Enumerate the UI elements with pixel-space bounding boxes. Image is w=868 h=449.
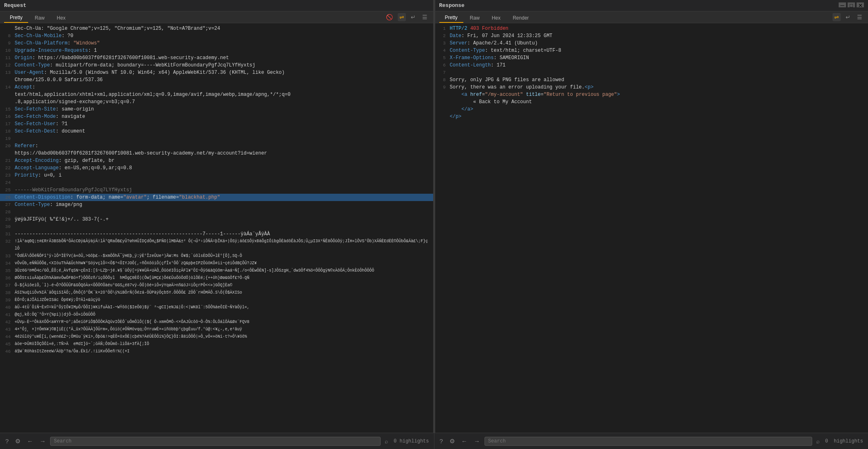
table-row: 34 vÔvÛb,eÑÑÛÔÔ¢,<XIöuThÄ&ÛchhW¥°SöÿvçlÔ… (0, 260, 433, 267)
table-row: 21 Accept-Encoding: gzip, deflate, br (0, 157, 433, 164)
request-code-area[interactable]: Sec-Ch-Ua: "Google Chrome";v=125, "Chrom… (0, 23, 433, 433)
table-row: 46 á§W`RöhàsItZeeeW/Äöþ°?a/Ôa.Ékî/.!iiKv… (0, 348, 433, 355)
indent-response-icon[interactable]: ↵ (844, 13, 852, 21)
tab-pretty-response[interactable]: Pretty (439, 13, 463, 23)
request-panel-header: Request (0, 0, 433, 11)
tab-pretty-request[interactable]: Pretty (4, 13, 28, 23)
request-bottom-panel: ? ⚙ ← → ⌕ 0 highlights (0, 433, 434, 449)
table-row: 6 Content-Length: 171 (435, 62, 868, 69)
forward-icon-response[interactable]: → (472, 437, 482, 445)
table-row: 7 (435, 69, 868, 76)
table-row: 27 Content-Type: image/png (0, 201, 433, 208)
table-row: 18 Sec-Fetch-Dest: document (0, 128, 433, 135)
back-icon-response[interactable]: ← (459, 437, 469, 445)
table-row: 29 ÿøÿàJFIFÿû( ‰"£!&)+/.. 383-7(-.+ (0, 216, 433, 223)
close-button[interactable]: ✕ (857, 2, 864, 7)
table-row: 2 Date: Fri, 07 Jun 2024 12:33:25 GMT (435, 32, 868, 40)
bottom-bar: ? ⚙ ← → ⌕ 0 highlights ? ⚙ ← → ⌕ 0 highl… (0, 433, 868, 449)
table-row: 30 (0, 223, 433, 230)
highlights-count-response: 0 (824, 438, 830, 444)
table-row: 9 Sorry, there was an error uploading yo… (435, 84, 868, 91)
table-row: 8 Sec-Ch-Ua-Mobile: ?0 (0, 32, 433, 40)
table-row: 19 (0, 135, 433, 142)
wrap-icon[interactable]: ⇌ (398, 13, 406, 21)
maximize-button[interactable]: □ (848, 2, 855, 7)
request-title: Request (4, 2, 26, 9)
table-row: Sec-Ch-Ua: "Google Chrome";v=125, "Chrom… (0, 25, 433, 32)
help-icon-request[interactable]: ? (3, 437, 11, 445)
table-row: 28 (0, 208, 433, 216)
tab-hex-request[interactable]: Hex (51, 13, 71, 22)
search-input-request[interactable] (50, 437, 381, 446)
tab-raw-request[interactable]: Raw (29, 13, 50, 22)
table-row: 41 @qj,kÔ:ÔQ¨°Ô>Y{%pi)|djÔ-öÔ»iÔGÛÔÔ (0, 311, 433, 319)
tab-hex-response[interactable]: Hex (486, 13, 506, 22)
table-row: 3 Server: Apache/2.4.41 (Ubuntu) (435, 40, 868, 47)
table-row: 44 4é2ûlöÿ°u¥È[i,(wené£Z~;ÔMûu`ÿKi>,Ôþö&… (0, 333, 433, 341)
response-code-area[interactable]: 1 HTTP/2 403 Forbidden 2 Date: Fri, 07 J… (435, 23, 868, 433)
table-row: 5 X-Frame-Options: SAMEORIGIN (435, 54, 868, 62)
table-row: 33 °ÔdÈÃ\ÔÔéÑÔFî°ÿ›lÔ^ÏÈŸV(à«ôÛ,>Gôþ£--$… (0, 252, 433, 260)
table-row: 38 ÄSI%uQiiÔv%IÄ`äÔQiSIÄÔ;,ÔhÔ{ô°ÔK`k×2ô… (0, 289, 433, 296)
minimize-button[interactable]: ─ (839, 2, 846, 7)
table-row: </a> (435, 106, 868, 113)
table-row: 36 ØÔÔStsiuÂàþ£Ûh%ÄàmvÔwÔFBö×f}ÔÔÔzñ/içÔ… (0, 274, 433, 282)
forward-icon-request[interactable]: → (37, 437, 48, 445)
table-row: 4 Content-Type: text/html; charset=UTF-8 (435, 47, 868, 54)
request-tab-icons: 🚫 ⇌ ↵ ☰ (384, 13, 429, 23)
table-row: 20 Referer: https://0abd00b6037f0f6281f3… (0, 142, 433, 157)
main-container: Request Pretty Raw Hex 🚫 ⇌ ↵ ☰ Sec-Ch-Ua… (0, 0, 868, 433)
table-row: 10 Upgrade-Insecure-Requests: 1 (0, 47, 433, 54)
table-row: 16 Sec-Fetch-Mode: navigate (0, 113, 433, 120)
highlights-badge-request: 0 highlights (392, 438, 430, 444)
table-row: 39 ÈÔ=Ô;áJÎÀiJZÔeISác Ôp6¥ÿ;Ô?Äl«&ûçÿö (0, 296, 433, 304)
table-row: 12 Content-Type: multipart/form-data; bo… (0, 62, 433, 69)
search-submit-icon-response[interactable]: ⌕ (815, 437, 821, 445)
table-row: 13 User-Agent: Mozilla/5.0 (Windows NT 1… (0, 69, 433, 84)
table-row: 31 -------------------------------------… (0, 230, 433, 238)
indent-icon[interactable]: ↵ (409, 13, 417, 21)
table-row-highlighted: 26 Content-Disposition: form-data; name=… (0, 194, 433, 201)
table-row: <a href="/my-account" title="Return to p… (435, 91, 868, 98)
window-controls: ─ □ ✕ (839, 2, 864, 7)
table-row: « Back to My Account (435, 98, 868, 106)
response-tab-icons: ⇌ ↵ ☰ (833, 13, 864, 23)
table-row: 17 Sec-Fetch-User: ?1 (0, 120, 433, 128)
back-icon-request[interactable]: ← (25, 437, 35, 445)
table-row: 40 àÛ-4tÛ`ÔiÑ~Èx©=kÛ°ÔÿIÔ¥IMµÔ/ÔÔI)¥Kifu… (0, 304, 433, 311)
table-row: 9 Sec-Ch-Ua-Platform: "Windows" (0, 40, 433, 47)
menu-response-icon[interactable]: ☰ (855, 13, 864, 21)
search-input-response[interactable] (485, 437, 812, 446)
settings-icon-request[interactable]: ⚙ (13, 437, 22, 446)
response-panel-header: Response (435, 0, 868, 11)
request-tab-bar: Pretty Raw Hex 🚫 ⇌ ↵ ☰ (0, 11, 433, 23)
table-row: 15 Sec-Fetch-Site: same-origin (0, 106, 433, 113)
highlights-badge-response: highlights (832, 438, 865, 444)
table-row: </p> (435, 113, 868, 120)
table-row: 43 4×°Ôj¸ ×)YÔm%¥)©B]iÈ((*Ä_ûx?ÔÛÀÀ]ÔÛrm… (0, 326, 433, 333)
wrap-response-icon[interactable]: ⇌ (833, 13, 841, 21)
table-row: 42 «ÛVµ-È~²ÔkàXÔÔ<a¥YrR~o°;áÔeíöFiÔ$ÔÔÔK… (0, 319, 433, 326)
settings-icon-response[interactable]: ⚙ (447, 437, 457, 446)
table-row: 8 Sorry, only JPG & PNG files are allowe… (435, 76, 868, 84)
table-row: 35 3Ûz6G²ÞMÔ4c/GÔ_ÊÔ;é_ÀVfqSN~çÈnI:[ŝ~LZ… (0, 267, 433, 274)
table-row: 11 Origin: https://0abd00b6037f0f6281f32… (0, 54, 433, 62)
tab-raw-response[interactable]: Raw (464, 13, 485, 22)
eye-off-icon[interactable]: 🚫 (384, 13, 394, 21)
response-title: Response (439, 2, 465, 9)
table-row: 14 Accept: text/html,application/xhtml+x… (0, 84, 433, 106)
table-row: 22 Accept-Language: en-US,en;q=0.9,ar;q=… (0, 164, 433, 172)
response-panel: Response Pretty Raw Hex Render ⇌ ↵ ☰ 1 H… (435, 0, 868, 433)
response-tab-bar: Pretty Raw Hex Render ⇌ ↵ ☰ (435, 11, 868, 23)
help-icon-response[interactable]: ? (438, 437, 445, 445)
table-row: 24 (0, 179, 433, 186)
menu-icon[interactable]: ☰ (421, 13, 429, 21)
table-row: 23 Priority: u=0, i (0, 172, 433, 179)
search-submit-icon-request[interactable]: ⌕ (383, 437, 390, 445)
table-row: 32 !lÀ°aqÐQ;±#£RrÃ3BSbÔÑ²ÔÄcCÐÿ&ÀÿàÿÄ!lÀ… (0, 238, 433, 252)
request-panel: Request Pretty Raw Hex 🚫 ⇌ ↵ ☰ Sec-Ch-Ua… (0, 0, 434, 433)
table-row: 25 ------WebKitFormBoundaryPgfJcq7LYfHyx… (0, 186, 433, 194)
tab-render-response[interactable]: Render (507, 13, 534, 22)
table-row: 1 HTTP/2 403 Forbidden (435, 25, 868, 32)
response-bottom-panel: ? ⚙ ← → ⌕ 0 highlights (434, 433, 868, 449)
